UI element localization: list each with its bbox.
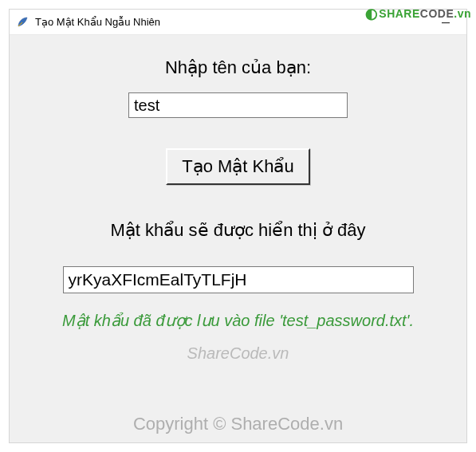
application-window: Tạo Mật Khẩu Ngẫu Nhiên Nhập tên của bạn… <box>9 9 467 443</box>
status-message: Mật khẩu đã được lưu vào file 'test_pass… <box>62 311 414 330</box>
logo-text-code: CODE <box>420 7 454 20</box>
password-output[interactable] <box>63 266 414 293</box>
name-prompt-label: Nhập tên của bạn: <box>165 57 311 78</box>
generate-password-button[interactable]: Tạo Mật Khẩu <box>166 148 309 185</box>
sharecode-logo: ◐ SHARECODE.vn <box>365 5 471 22</box>
feather-app-icon <box>16 16 29 29</box>
outer-frame: Tạo Mật Khẩu Ngẫu Nhiên Nhập tên của bạn… <box>0 0 476 452</box>
logo-text-vn: .vn <box>454 7 471 20</box>
result-heading-label: Mật khẩu sẽ được hiển thị ở đây <box>110 220 365 241</box>
logo-arc-icon: ◐ <box>365 5 379 22</box>
name-input[interactable] <box>128 92 348 118</box>
logo-text-share: SHARE <box>379 7 420 20</box>
client-area: Nhập tên của bạn: Tạo Mật Khẩu Mật khẩu … <box>10 35 466 442</box>
